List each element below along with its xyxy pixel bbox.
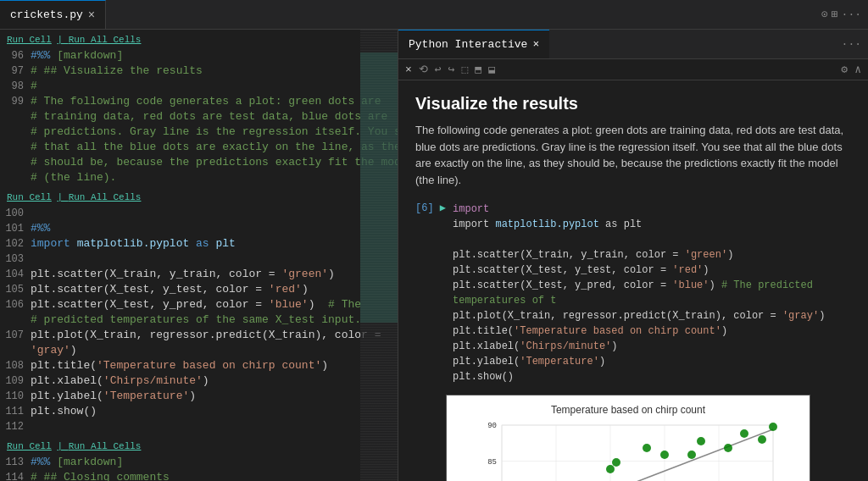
result-title: Visualize the results — [415, 94, 851, 113]
settings-interactive-icon[interactable]: ⚙ — [841, 63, 848, 76]
svg-point-18 — [612, 458, 620, 467]
svg-rect-0 — [502, 425, 773, 481]
code-area-1: 96 97 98 99 #%% [markdown] # ## Visualiz… — [0, 48, 398, 185]
interactive-toolbar: ··· — [835, 38, 868, 51]
close-crickets-py-icon[interactable]: × — [88, 8, 95, 22]
cell-block-1: Run Cell | Run All Cells 96 97 98 99 — [0, 30, 398, 187]
run-cell-btn[interactable]: ▶ — [440, 202, 446, 214]
more-actions-interactive-icon[interactable]: ··· — [842, 38, 861, 51]
close-interactive-icon[interactable]: × — [532, 38, 539, 51]
tab-python-interactive[interactable]: Python Interactive × — [398, 30, 549, 58]
interactive-secondary-toolbar: × ⟲ ↩ ↪ ⬚ ⬒ ⬓ ⚙ ∧ — [398, 59, 868, 80]
svg-point-21 — [687, 451, 696, 459]
svg-point-20 — [660, 451, 669, 459]
collapse-icon[interactable]: ∧ — [854, 63, 861, 76]
tab-crickets-py[interactable]: crickets.py × — [0, 0, 106, 29]
scatter-plot-svg: 90 85 80 75 70 15 16 17 18 19 — [468, 421, 782, 481]
cell-block-3: Run Cell | Run All Cells 113 114 115 116… — [0, 436, 398, 481]
run-cell-bar-2[interactable]: Run Cell | Run All Cells — [0, 189, 398, 206]
line-numbers-1: 96 97 98 99 — [0, 48, 31, 185]
cell-block-2: Run Cell | Run All Cells 100 101 102 103… — [0, 187, 398, 436]
clear-icon[interactable]: ⬚ — [461, 63, 468, 76]
restart-icon[interactable]: ⟲ — [419, 63, 428, 76]
svg-point-25 — [758, 435, 766, 444]
run-cell-link-3[interactable]: Run Cell — [7, 441, 52, 451]
line-numbers-2: 100 101 102 103 104 105 106 107 108 109 … — [0, 206, 31, 434]
code-lines-1[interactable]: #%% [markdown] # ## Visualize the result… — [31, 48, 398, 185]
tab-crickets-py-label: crickets.py — [10, 8, 83, 21]
editor-tab-actions: ⊙ ⊞ ··· — [815, 8, 868, 21]
run-all-cells-link-2[interactable]: Run All Cells — [69, 192, 142, 202]
svg-point-17 — [606, 465, 615, 473]
chart-inner: Temperature — [455, 421, 801, 481]
layout-icon[interactable]: ⬓ — [488, 63, 495, 76]
editor-pane[interactable]: Run Cell | Run All Cells 96 97 98 99 — [0, 30, 398, 481]
svg-point-23 — [724, 444, 732, 452]
redo-icon[interactable]: ↪ — [448, 63, 455, 76]
code-lines-2[interactable]: #%% import matplotlib.pyplot as plt plt.… — [31, 206, 398, 434]
more-actions-icon[interactable]: ··· — [842, 8, 861, 21]
cell-output: [6] ▶ import import matplotlib.pyplot as… — [415, 202, 851, 384]
tab-bar: crickets.py × ⊙ ⊞ ··· — [0, 0, 868, 30]
close-panel-icon[interactable]: × — [405, 64, 412, 76]
line-numbers-3: 113 114 115 116 — [0, 455, 31, 481]
svg-point-26 — [769, 423, 777, 431]
code-lines-3[interactable]: #%% [markdown] # ## Closing comments # #… — [31, 455, 398, 481]
undo-icon[interactable]: ↩ — [435, 63, 442, 76]
interactive-content: Visualize the results The following code… — [398, 80, 868, 481]
svg-point-22 — [697, 437, 705, 445]
run-cell-bar-1[interactable]: Run Cell | Run All Cells — [0, 31, 398, 48]
sync-icon[interactable]: ⊙ — [821, 8, 828, 21]
chart-container: Temperature based on chirp count Tempera… — [446, 395, 810, 481]
svg-text:90: 90 — [487, 422, 497, 430]
export-icon[interactable]: ⬒ — [475, 63, 481, 76]
svg-text:85: 85 — [487, 458, 497, 467]
chart-title: Temperature based on chirp count — [455, 404, 801, 416]
code-area-3: 113 114 115 116 #%% [markdown] # ## Clos… — [0, 455, 398, 481]
interactive-pane: Python Interactive × ··· × ⟲ ↩ ↪ ⬚ ⬒ ⬓ ⚙… — [398, 30, 868, 481]
chart-plot-area: 90 85 80 75 70 15 16 17 18 19 — [468, 421, 801, 481]
run-cell-link-2[interactable]: Run Cell — [7, 192, 52, 202]
run-cell-bar-3[interactable]: Run Cell | Run All Cells — [0, 438, 398, 455]
tab-python-interactive-label: Python Interactive — [409, 38, 527, 51]
main-content: Run Cell | Run All Cells 96 97 98 99 — [0, 30, 868, 481]
split-editor-icon[interactable]: ⊞ — [832, 8, 838, 21]
result-description: The following code generates a plot: gre… — [415, 122, 851, 188]
run-cell-link-1[interactable]: Run Cell — [7, 35, 52, 45]
run-all-cells-link-3[interactable]: Run All Cells — [69, 441, 142, 451]
run-all-cells-link-1[interactable]: Run All Cells — [69, 35, 142, 45]
chart-svg: 90 85 80 75 70 15 16 17 18 19 — [468, 421, 801, 481]
svg-point-19 — [643, 444, 651, 452]
svg-point-24 — [740, 429, 748, 438]
interactive-tab-bar: Python Interactive × ··· — [398, 30, 868, 59]
code-area-2: 100 101 102 103 104 105 106 107 108 109 … — [0, 206, 398, 434]
minimap — [360, 30, 398, 481]
cell-code[interactable]: import import matplotlib.pyplot as plt p… — [453, 202, 851, 384]
cell-number: [6] ▶ — [415, 202, 446, 214]
